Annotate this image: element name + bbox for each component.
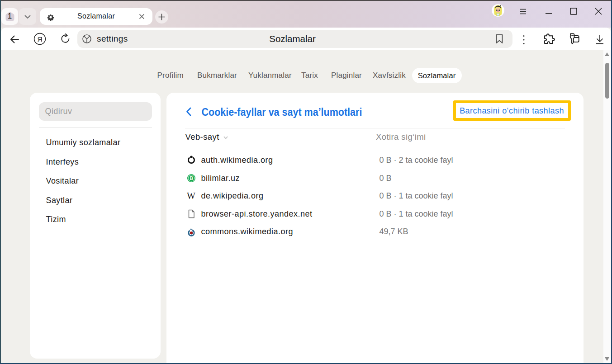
svg-text:Я: Я <box>37 35 42 43</box>
svg-text:B: B <box>190 176 193 181</box>
